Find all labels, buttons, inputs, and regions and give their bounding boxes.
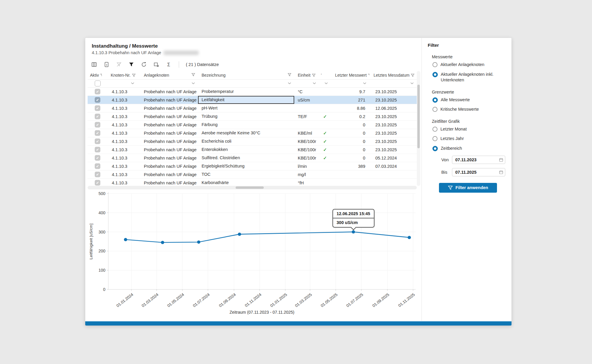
row-checkbox[interactable]: ✔	[95, 180, 100, 186]
row-checkbox[interactable]: ✔	[95, 138, 100, 144]
radio-icon[interactable]	[432, 97, 438, 103]
column-filter-cell-knoten-nr[interactable]	[102, 80, 137, 88]
filter-funnel-icon[interactable]	[192, 73, 195, 76]
apply-filter-button[interactable]: Filter anwenden	[439, 183, 497, 193]
table-row[interactable]: ✔4.1.10.3Probehahn nach UF AnlageTrübung…	[88, 112, 417, 121]
column-header-status[interactable]: '	[319, 71, 331, 80]
table-row[interactable]: ✔4.1.10.3Probehahn nach UF AnlagepH-Wert…	[88, 104, 417, 112]
vertical-scrollbar[interactable]	[417, 71, 420, 186]
fit-columns-icon[interactable]	[153, 61, 160, 68]
cell-bezeichnung[interactable]: Sulfitred. Clostridien	[198, 154, 294, 162]
data-point[interactable]	[408, 236, 411, 239]
row-checkbox[interactable]: ✔	[95, 89, 100, 94]
chevron-down-icon[interactable]	[324, 82, 328, 84]
table-row[interactable]: ✔4.1.10.3Probehahn nach UF AnlageProbete…	[88, 88, 417, 96]
column-filter-cell-letzter-messwert[interactable]	[331, 80, 369, 88]
radio-icon[interactable]	[432, 146, 438, 151]
filter-funnel-icon[interactable]	[288, 73, 291, 76]
table-row[interactable]: ✔4.1.10.3Probehahn nach UF AnlageEnterok…	[88, 146, 417, 154]
row-checkbox[interactable]: ✔	[95, 172, 100, 177]
row-checkbox[interactable]: ✔	[95, 97, 100, 103]
horizontal-scrollbar-thumb[interactable]	[236, 186, 264, 189]
chevron-down-icon[interactable]	[313, 82, 316, 84]
radio-icon[interactable]	[432, 127, 437, 132]
cell-bezeichnung[interactable]: Trübung	[198, 112, 294, 121]
radio-option-letzter-monat[interactable]: Letzter Monat	[432, 126, 506, 132]
row-checkbox[interactable]: ✔	[95, 114, 100, 119]
table-row[interactable]: ✔4.1.10.3Probehahn nach UF AnlageErgiebi…	[88, 162, 417, 170]
row-checkbox[interactable]: ✔	[95, 122, 100, 128]
data-point[interactable]	[124, 238, 127, 241]
data-point[interactable]	[161, 241, 164, 244]
cell-bezeichnung[interactable]: Färbung	[198, 121, 294, 129]
table-row[interactable]: ✔4.1.10.3Probehahn nach UF AnlageKarbona…	[88, 179, 417, 186]
column-header-letzter-messwert[interactable]: Letzter Messwert	[331, 71, 369, 80]
radio-option-kritische-messwerte[interactable]: Kritische Messwerte	[432, 107, 506, 112]
select-all-checkbox[interactable]	[95, 80, 101, 86]
radio-option-aktueller-anlageknoten[interactable]: Aktueller Anlageknoten	[432, 62, 506, 68]
radio-icon[interactable]	[432, 107, 437, 112]
bis-input[interactable]	[452, 168, 505, 176]
row-checkbox[interactable]: ✔	[95, 163, 100, 169]
cell-bezeichnung[interactable]: Enterokokken	[198, 146, 294, 154]
calendar-icon[interactable]	[499, 158, 503, 162]
column-header-anlageknoten[interactable]: Anlageknoten	[137, 71, 198, 80]
radio-option-aktueller-anlageknoten-inkl-unterknoten[interactable]: Aktueller Anlageknoten inkl. Unterknoten	[432, 72, 506, 83]
filter-funnel-icon[interactable]	[312, 74, 316, 77]
column-chooser-icon[interactable]	[91, 61, 97, 68]
filter-funnel-icon[interactable]	[411, 74, 414, 77]
table-row[interactable]: ✔4.1.10.3Probehahn nach UF AnlageSulfitr…	[88, 154, 417, 162]
chevron-down-icon[interactable]	[410, 82, 414, 84]
vertical-scrollbar-thumb[interactable]	[417, 85, 420, 148]
table-row[interactable]: ✔4.1.10.3Probehahn nach UF AnlageTOCmg/l	[88, 170, 417, 179]
table-row[interactable]: ✔4.1.10.3Probehahn nach UF AnlageFärbung…	[88, 121, 417, 129]
excel-export-icon[interactable]: x	[103, 61, 110, 68]
cell-bezeichnung[interactable]: Karbonathärte	[198, 179, 294, 186]
row-checkbox[interactable]: ✔	[95, 147, 100, 152]
column-filter-cell-aktiv[interactable]	[88, 80, 102, 88]
column-header-bezeichnung[interactable]: Bezeichnung	[198, 71, 294, 80]
column-filter-cell-bezeichnung[interactable]	[198, 80, 294, 88]
column-filter-cell-status[interactable]	[319, 80, 331, 88]
radio-option-alle-messwerte[interactable]: Alle Messwerte	[432, 97, 506, 103]
radio-option-letztes-jahr[interactable]: Letztes Jahr	[432, 136, 506, 142]
column-header-einheit[interactable]: Einheit	[294, 71, 319, 80]
filter-icon[interactable]	[128, 61, 135, 68]
chevron-down-icon[interactable]	[131, 82, 134, 84]
cell-bezeichnung[interactable]: pH-Wert	[198, 104, 294, 112]
column-filter-cell-einheit[interactable]	[294, 80, 319, 88]
chevron-down-icon[interactable]	[192, 82, 195, 84]
table-row[interactable]: ✔4.1.10.3Probehahn nach UF AnlageLeitfäh…	[88, 96, 417, 104]
chevron-down-icon[interactable]	[363, 82, 366, 84]
data-point[interactable]	[197, 240, 200, 244]
data-point[interactable]	[352, 230, 355, 233]
refresh-icon[interactable]	[140, 61, 147, 68]
cell-bezeichnung[interactable]: TOC	[198, 170, 294, 179]
row-checkbox[interactable]: ✔	[95, 155, 100, 161]
cell-bezeichnung[interactable]: Escherichia coli	[198, 137, 294, 146]
horizontal-scrollbar[interactable]	[88, 186, 417, 189]
row-checkbox[interactable]: ✔	[95, 130, 100, 136]
table-row[interactable]: ✔4.1.10.3Probehahn nach UF AnlageEscheri…	[88, 137, 417, 146]
sum-icon[interactable]: Σ	[165, 61, 172, 68]
row-checkbox[interactable]: ✔	[95, 105, 100, 111]
cell-bezeichnung[interactable]: Leitfähigkeit	[198, 96, 294, 104]
radio-icon[interactable]	[432, 136, 437, 141]
calendar-icon[interactable]	[499, 170, 503, 174]
data-point[interactable]	[238, 233, 241, 236]
table-row[interactable]: ✔4.1.10.3Probehahn nach UF AnlageAerobe …	[88, 129, 417, 137]
radio-option-zeitbereich[interactable]: Zeitbereich	[432, 146, 506, 152]
radio-icon[interactable]	[432, 72, 438, 77]
column-header-aktiv[interactable]: Aktiv	[88, 71, 102, 80]
cell-bezeichnung[interactable]: Ergiebigkeit/Schüttung	[198, 162, 294, 170]
cell-bezeichnung[interactable]: Aerobe mesophile Keime 30°C	[198, 129, 294, 137]
column-header-letztes-messdatum[interactable]: Letztes Messdatum	[369, 71, 417, 80]
filter-funnel-icon[interactable]	[132, 74, 136, 77]
cell-bezeichnung[interactable]: Probetemperatur	[198, 88, 294, 96]
von-input[interactable]	[452, 156, 505, 164]
column-header-knoten-nr[interactable]: Knoten-Nr.	[102, 71, 137, 80]
chevron-down-icon[interactable]	[288, 82, 291, 84]
column-filter-cell-letztes-messdatum[interactable]	[369, 80, 417, 88]
column-filter-cell-anlageknoten[interactable]	[137, 80, 198, 88]
radio-icon[interactable]	[432, 62, 437, 67]
